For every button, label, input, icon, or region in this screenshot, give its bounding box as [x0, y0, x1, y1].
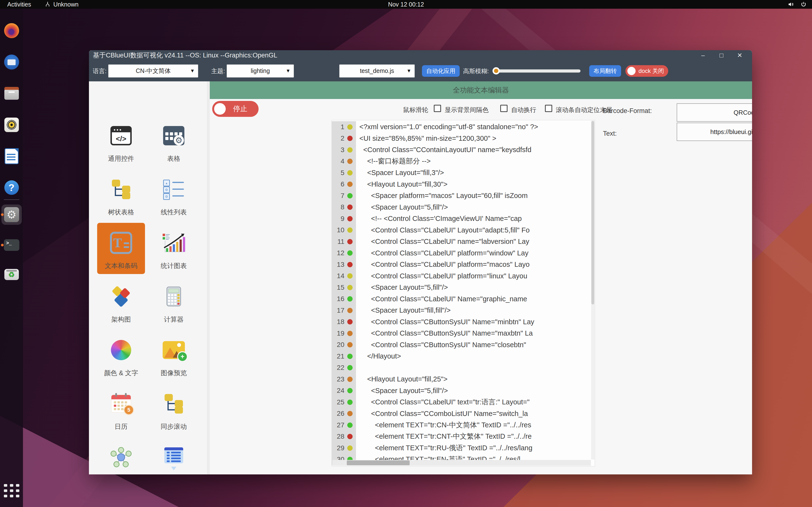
palette-item-architecture[interactable]: 架构图 — [97, 276, 145, 328]
language-label: 语言: — [93, 67, 107, 75]
theme-select[interactable]: lighting ▼ — [227, 64, 294, 77]
code-line: 14 <Control Class="CLabelUI" platform="l… — [332, 270, 591, 282]
minimize-button[interactable]: – — [699, 52, 707, 59]
stop-toggle-label: 停止 — [226, 104, 255, 114]
dock-item-thunderbird[interactable] — [1, 54, 22, 70]
vertical-scrollbar[interactable] — [591, 120, 595, 459]
dock-item-firefox[interactable] — [1, 23, 22, 39]
line-gutter: 17 — [332, 305, 356, 316]
code-line: 1 <?xml version="1.0" encoding="utf-8" s… — [332, 121, 591, 133]
background-stripes-label: 显示背景间隔色 — [445, 106, 489, 114]
palette-item-text-barcode[interactable]: T 文本和条码 — [97, 223, 145, 274]
line-status-dot — [347, 388, 353, 393]
code-line: 15 <Spacer Layout="5,fill"/> — [332, 282, 591, 293]
code-text: <Spacer Layout="5,fill"/> — [356, 203, 591, 211]
code-text: <Control Class="CLabelUI" platform="linu… — [356, 272, 591, 280]
line-number: 4 — [332, 157, 344, 165]
dock-item-files[interactable] — [1, 86, 22, 101]
gear-icon: ⚙ — [4, 207, 19, 222]
help-icon: ? — [4, 180, 19, 195]
palette-item-image-preview[interactable]: + 图像预览 — [150, 330, 198, 381]
code-line: 3 <Control Class="CContainLayoutUI" name… — [332, 144, 591, 156]
barcode-format-value: QRCode — [733, 109, 752, 116]
line-gutter: 3 — [332, 144, 356, 156]
chevron-down-icon: ▼ — [190, 68, 195, 74]
palette-item-sync-scroll[interactable]: 同步滚动 — [150, 384, 198, 435]
code-editor[interactable]: 1 <?xml version="1.0" encoding="utf-8" s… — [332, 120, 595, 466]
palette-item-generic-widgets[interactable]: </> 通用控件 — [97, 116, 145, 167]
mouse-wheel-label: 鼠标滑轮 — [403, 106, 428, 114]
palette-item-label: 图像预览 — [150, 369, 198, 377]
line-number: 20 — [332, 341, 344, 349]
barcode-text-input[interactable]: https://blueui.gitee.io/web — [677, 123, 752, 141]
code-text: <Spacer Layout="5,fill"/> — [356, 283, 591, 291]
palette-item-tree-table[interactable]: 树状表格 — [97, 169, 145, 220]
horizontal-scrollbar[interactable] — [332, 460, 591, 466]
barcode-text-value: https://blueui.gitee.io/web — [710, 128, 752, 136]
code-line: 21 </Hlayout> — [332, 350, 591, 362]
line-status-dot — [347, 159, 353, 164]
gaussian-blur-label: 高斯模糊: — [463, 67, 489, 75]
scrollbar-thumb[interactable] — [347, 460, 410, 465]
dock-item-terminal[interactable]: >_ — [1, 237, 22, 253]
dock-item-libreoffice[interactable] — [1, 148, 22, 164]
barcode-format-select[interactable]: QRCode ▼ — [677, 103, 752, 122]
line-status-dot — [347, 170, 353, 175]
tree-nodes-icon — [163, 394, 185, 413]
window-titlebar[interactable]: 基于CBlueUI数据可视化 v24.11 --OS: Linux --Grap… — [89, 50, 752, 60]
palette-item-stats-chart[interactable]: 统计图表 — [150, 223, 198, 274]
code-line: 23 <Hlayout Layout="fill,25"> — [332, 374, 591, 385]
palette-item-abstract-window[interactable]: 抽象窗口 — [150, 437, 198, 474]
auto-apply-button[interactable]: 自动化应用 — [422, 65, 460, 77]
running-indicator — [1, 244, 4, 246]
gaussian-blur-slider[interactable] — [493, 69, 580, 72]
palette-item-table[interactable]: ⚙ 表格 — [150, 116, 198, 167]
layout-flip-button[interactable]: 布局翻转 — [589, 65, 621, 77]
power-icon[interactable] — [800, 1, 807, 7]
scrollbar-thumb[interactable] — [591, 121, 594, 304]
stop-toggle[interactable]: 停止 — [212, 101, 259, 117]
line-number: 13 — [332, 261, 344, 269]
barcode-format-label: Barcode-Format: — [603, 107, 652, 115]
palette-item-calculator[interactable]: 计算器 — [150, 276, 198, 328]
line-number: 9 — [332, 215, 344, 223]
palette-item-linear-list[interactable]: ▴ ⚙ ⚙ 线性列表 — [150, 169, 198, 220]
word-wrap-checkbox[interactable] — [500, 105, 507, 112]
dock-item-help[interactable]: ? — [1, 180, 22, 195]
dock-item-settings[interactable]: ⚙ — [1, 204, 22, 225]
network-indicator[interactable]: Unknown — [45, 1, 79, 8]
code-line: 4 <!--窗口标题部分 --> — [332, 156, 591, 167]
background-stripes-checkbox[interactable] — [434, 105, 441, 112]
slider-knob[interactable] — [493, 67, 500, 74]
script-select[interactable]: test_demo.js ▼ — [339, 64, 415, 77]
line-status-dot — [347, 331, 353, 336]
maximize-button[interactable]: □ — [718, 52, 725, 59]
close-button[interactable]: ✕ — [736, 52, 743, 59]
palette-item-graph-viz[interactable]: 图可视化 — [97, 437, 145, 474]
line-gutter: 1 — [332, 121, 356, 133]
activities-button[interactable]: Activities — [7, 1, 31, 8]
dock-close-toggle[interactable]: dock 关闭 — [625, 65, 668, 77]
chevron-down-icon: ▼ — [286, 68, 291, 74]
line-number: 1 — [332, 123, 344, 131]
line-status-dot — [347, 445, 353, 451]
line-gutter: 27 — [332, 419, 356, 431]
palette-item-label: 文本和条码 — [97, 262, 145, 270]
palette-item-color-text[interactable]: 颜色 & 文字 — [97, 330, 145, 381]
clock[interactable]: Nov 12 00:12 — [388, 1, 424, 8]
line-status-dot — [347, 422, 353, 428]
dock-item-rhythmbox[interactable] — [1, 117, 22, 133]
code-text: <?xml version="1.0" encoding="utf-8" sta… — [356, 123, 591, 131]
line-number: 29 — [332, 444, 344, 452]
line-gutter: 6 — [332, 179, 356, 190]
language-select[interactable]: CN-中文简体 ▼ — [108, 64, 198, 77]
palette-scrollbar[interactable] — [207, 81, 210, 474]
line-gutter: 15 — [332, 282, 356, 293]
editor-panel: 停止 鼠标滑轮 显示背景间隔色 自动换行 滚动条自动定位末尾 Barcode-F… — [210, 99, 752, 474]
palette-item-calendar[interactable]: 5 日历 — [97, 384, 145, 435]
show-applications-button[interactable] — [4, 484, 19, 497]
scroll-to-end-checkbox[interactable] — [545, 105, 552, 112]
volume-icon[interactable] — [788, 1, 794, 7]
line-number: 28 — [332, 433, 344, 440]
dock-item-trash[interactable]: ♻ — [1, 267, 22, 282]
